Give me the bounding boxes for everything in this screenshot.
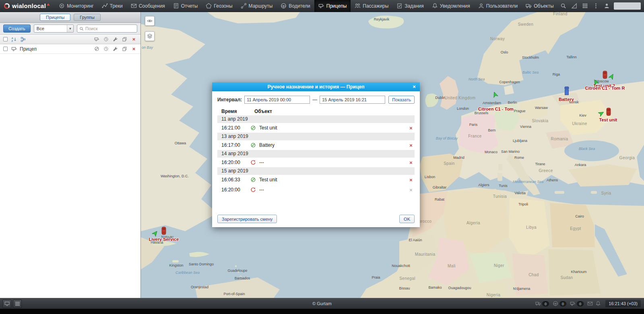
register-shift-button[interactable]: Зарегистрировать смену [217, 215, 277, 223]
delete-entry-button[interactable]: × [407, 142, 415, 148]
unit-label[interactable]: Citroen C1 - Tom R [585, 86, 625, 90]
topbar-user-panel[interactable] [614, 2, 641, 10]
unit-marker-car-icon[interactable] [606, 108, 611, 117]
date-group-row: 13 апр 2019 [217, 133, 415, 140]
apps-button[interactable] [13, 300, 22, 308]
copyright-text: © Gurtam [312, 301, 332, 306]
map-label: Guadeloupe [227, 269, 247, 273]
eyeoff-icon[interactable] [94, 46, 99, 51]
filter-dropdown[interactable]: Все ▼ [34, 25, 74, 33]
layers-icon [147, 33, 153, 39]
search-button[interactable] [558, 0, 569, 12]
date-to-input[interactable] [320, 96, 385, 104]
nav-item-monitoring[interactable]: Мониторинг [55, 0, 98, 12]
map-label: Brussels [475, 111, 489, 115]
search-input[interactable] [85, 26, 135, 31]
tab-trailers[interactable]: Прицепы [40, 14, 70, 21]
clock-icon[interactable] [103, 46, 109, 51]
trailers-status-icon [570, 301, 576, 306]
nav-item-notifications[interactable]: Уведомления [428, 0, 474, 12]
sidebar-controls: Создать Все ▼ [0, 23, 140, 35]
monitoring-icon [59, 3, 65, 9]
dialog-close-icon[interactable]: × [411, 82, 417, 91]
clock-icon[interactable] [103, 37, 109, 42]
trailers-icon[interactable] [94, 37, 99, 42]
nav-item-units[interactable]: Объекты [522, 0, 558, 12]
wrench-icon[interactable] [113, 46, 118, 51]
map-label: Berlin [508, 101, 517, 105]
more-button[interactable] [590, 0, 601, 12]
copy-icon[interactable] [122, 46, 127, 51]
unit-marker-truck-icon[interactable] [564, 86, 569, 97]
map-label: Finland [553, 12, 568, 16]
trailer-list: Прицеп× [0, 44, 140, 54]
map-label: Tallinn [566, 55, 577, 59]
create-button[interactable]: Создать [3, 25, 31, 33]
map-label: Algeria [466, 221, 480, 225]
nav-item-tracks[interactable]: Треки [98, 0, 127, 12]
monitor-button[interactable] [2, 300, 11, 308]
header-action-icons: × [94, 37, 136, 42]
wrench-icon[interactable] [113, 37, 118, 42]
nav-item-messages[interactable]: Сообщения [127, 0, 169, 12]
assignment-row: 16:06:33Test unit× [217, 176, 415, 184]
hierarchy-icon[interactable] [21, 37, 26, 42]
measure-button[interactable] [569, 0, 580, 12]
unit-marker-car-icon[interactable] [603, 71, 607, 80]
status-counter-badge: 0 [542, 301, 549, 306]
nav-item-jobs[interactable]: Задания [392, 0, 427, 12]
unit-label[interactable]: Livery Service [149, 237, 179, 242]
unit-label[interactable]: Citroen C1 - Tom [478, 107, 514, 111]
map-label: Ankara [575, 163, 586, 167]
nav-item-users[interactable]: Пользователи [474, 0, 522, 12]
unit-label[interactable]: Test unit [599, 117, 617, 122]
statusbar-right: 000 16:21:43 (+03) [534, 300, 644, 307]
trailer-history-dialog: Ручное назначение и история — Прицеп × И… [212, 82, 420, 227]
dialog-body: Интервал: — Показать Время Объект 11 апр… [212, 91, 420, 227]
show-button[interactable]: Показать [388, 96, 415, 104]
nav-item-trailers[interactable]: Прицепы [314, 0, 351, 12]
unit-label[interactable]: Battery [559, 97, 574, 102]
delete-entry-button[interactable]: × [407, 177, 415, 183]
sort-az-icon[interactable]: AZ [11, 37, 17, 42]
nav-item-passengers[interactable]: Пассажиры [351, 0, 392, 12]
drivers-icon [281, 3, 287, 9]
copy-icon[interactable] [122, 37, 127, 42]
nav-item-reports[interactable]: Отчеты [169, 0, 202, 12]
trailers-icon [318, 3, 324, 9]
date-from-input[interactable] [244, 96, 310, 104]
map-visibility-button[interactable] [145, 16, 155, 26]
trailer-row[interactable]: Прицеп× [0, 44, 140, 54]
delete-entry-button[interactable]: × [407, 160, 415, 166]
nav-item-label: Геозоны [214, 3, 232, 9]
map-label: Vienna [520, 125, 531, 129]
close-icon[interactable]: × [131, 46, 136, 51]
ok-button[interactable]: OK [399, 215, 415, 223]
map-label: Madrid [453, 156, 464, 160]
tab-groups[interactable]: Группы [74, 14, 101, 21]
trailer-name: Прицеп [20, 46, 37, 52]
interval-row: Интервал: — Показать [217, 96, 415, 104]
nav-item-drivers[interactable]: Водители [277, 0, 314, 12]
account-button[interactable] [601, 0, 612, 12]
users-icon [478, 3, 484, 9]
trailer-list-header: AZ × [0, 35, 140, 44]
map-label: Kingston [169, 263, 183, 267]
close-icon[interactable]: × [131, 37, 136, 42]
trailer-checkbox[interactable] [3, 47, 8, 51]
map-label: Valetta [514, 191, 525, 195]
map-label: Ljubljana [513, 139, 527, 143]
wialon-logo[interactable]: wialon local [0, 2, 55, 9]
map-label: Georgia [619, 156, 635, 160]
apps-button[interactable] [580, 0, 590, 12]
delete-entry-button[interactable]: × [407, 125, 415, 131]
assignment-row: 16:20:00---× [217, 158, 415, 166]
select-all-checkbox[interactable] [3, 37, 8, 41]
unit-marker-car-icon[interactable] [161, 227, 166, 236]
nav-item-label: Задания [405, 3, 423, 9]
map-layers-button[interactable] [145, 31, 155, 41]
nav-item-geofences[interactable]: Геозоны [202, 0, 236, 12]
nav-item-routes[interactable]: Маршруты [237, 0, 277, 12]
map-label: Paris [469, 123, 478, 127]
dialog-header[interactable]: Ручное назначение и история — Прицеп × [212, 82, 420, 91]
